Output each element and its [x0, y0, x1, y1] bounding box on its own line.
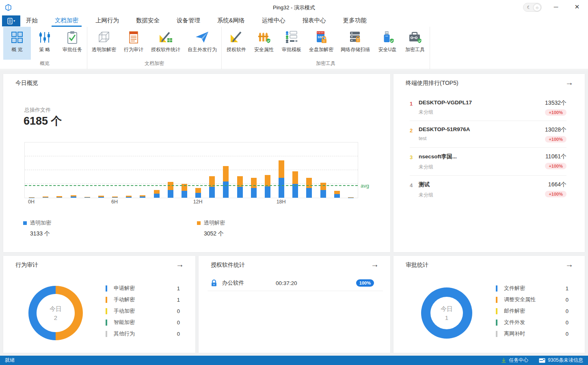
software-usage-list: 办公软件00:37:20100%: [208, 275, 383, 291]
x-tick-label: 12H: [193, 199, 203, 205]
menu-tab-2[interactable]: 文档加密: [55, 15, 78, 27]
terminal-info: DESKTOP-51R976Atest: [419, 126, 545, 143]
behavior-audit-doc-icon: [126, 30, 141, 45]
bar-21H-decrypt: [320, 183, 326, 190]
legend-row: 文件外发0: [496, 317, 569, 328]
ribbon-item-security-attrs[interactable]: 安全属性: [250, 27, 278, 60]
donut-center-value: 2: [54, 314, 57, 321]
bar-0H-decrypt: [29, 197, 35, 198]
ribbon-item-approval-templates[interactable]: 审批模板: [278, 27, 305, 60]
bar-15H-encrypt: [237, 187, 243, 198]
legend-value: 0: [177, 331, 180, 337]
terminal-count: 13028个: [545, 126, 566, 134]
ribbon-item-label: 自主外发行为: [188, 46, 217, 53]
download-icon: [501, 358, 506, 363]
avg-dashed-line: [25, 185, 358, 186]
legend-value: 1: [177, 297, 180, 303]
ribbon-item-transparent-crypt[interactable]: 透明加解密: [88, 27, 120, 60]
ribbon-item-licensed-software-stats[interactable]: 授权软件统计: [147, 27, 184, 60]
legend-row: 文件解密1: [496, 283, 569, 294]
ribbon-item-overview[interactable]: 概 览: [3, 27, 31, 60]
bar-7H-encrypt: [126, 197, 132, 198]
bar-9H-encrypt: [154, 194, 160, 198]
policy-sliders-icon: [37, 30, 52, 45]
menu-tab-3[interactable]: 上网行为: [95, 15, 119, 27]
donut-center-value: 1: [445, 314, 448, 321]
light-mode-icon[interactable]: ☼: [534, 4, 540, 11]
ribbon-items: 授权软件安全属性审批模板SSD!全盘加解密!网络存储扫描安全U盘加密工具: [223, 27, 429, 60]
ribbon-item-network-storage-scan[interactable]: !网络存储扫描: [337, 27, 374, 60]
bar-3H-decrypt: [71, 195, 76, 197]
lock-icon: [210, 279, 218, 287]
unread-messages-button[interactable]: 9305条未读信息: [539, 357, 583, 364]
software-duration: 00:37:20: [276, 280, 341, 286]
ribbon-group-1: 概 览策 略审批任务概览: [2, 27, 87, 69]
bar-16H-decrypt: [251, 178, 257, 188]
ping32-window: Ping32 - 演示模式 ☾ ☼ ─ ✕ ▾ 开始文档加密上网行为数据安全设备…: [0, 0, 588, 365]
ribbon-item-behavior-audit[interactable]: 行为审计: [120, 27, 147, 60]
menu-tab-9[interactable]: 更多功能: [343, 15, 367, 27]
rank-number: 1: [410, 99, 419, 116]
legend-value: 0: [177, 320, 180, 326]
terminal-rank-row[interactable]: 2DESKTOP-51R976Atest13028个+100%: [410, 121, 566, 148]
menu-tab-6[interactable]: 系统&网络: [217, 15, 245, 27]
menu-tab-8[interactable]: 报表中心: [303, 15, 326, 27]
terminal-rank-row[interactable]: 4测试未分组1664个+100%: [410, 176, 566, 203]
bar-12H-decrypt: [195, 188, 201, 193]
ribbon-item-approval-tasks[interactable]: 审批任务: [58, 27, 86, 60]
bar-14H-encrypt: [223, 181, 229, 198]
x-tick-label: 0H: [28, 199, 35, 205]
ribbon-item-licensed-software[interactable]: 授权软件: [223, 27, 250, 60]
legend-label: 邮件解密: [504, 307, 525, 315]
ribbon-item-secure-usb[interactable]: 安全U盘: [374, 27, 401, 60]
menu-tab-4[interactable]: 数据安全: [136, 15, 160, 27]
panel-title: 行为审计: [15, 261, 38, 269]
menu-tab-5[interactable]: 设备管理: [177, 15, 200, 27]
bar-19H-decrypt: [292, 171, 298, 184]
percent-badge: 100%: [356, 279, 374, 287]
bar-3H-encrypt: [71, 197, 76, 198]
software-row[interactable]: 办公软件00:37:20100%: [208, 275, 383, 291]
panel-more-arrow-icon[interactable]: →: [565, 260, 573, 268]
task-center-button[interactable]: 任务中心: [501, 357, 528, 364]
ribbon-item-label: 授权软件: [227, 46, 246, 53]
panel-more-arrow-icon[interactable]: →: [176, 260, 184, 268]
legend-row: 邮件解密0: [496, 305, 569, 317]
bar-20H-encrypt: [306, 188, 312, 198]
ribbon-item-fulldisk-crypt[interactable]: SSD!全盘加解密: [305, 27, 337, 60]
menu-tab-7[interactable]: 运维中心: [262, 15, 285, 27]
bar-17H-decrypt: [265, 175, 270, 186]
ribbon-item-policy[interactable]: 策 略: [31, 27, 58, 60]
ribbon-item-label: 安全属性: [254, 46, 274, 53]
ribbon-item-crypt-tools[interactable]: 加密工具: [401, 27, 429, 60]
bar-21H-encrypt: [320, 190, 326, 198]
close-button[interactable]: ✕: [569, 0, 586, 14]
app-menu-button[interactable]: ▾: [2, 15, 20, 26]
theme-toggle[interactable]: ☾ ☼: [523, 3, 542, 12]
legend-row: 智能加密0: [106, 317, 180, 328]
total-files-value: 6185 个: [24, 114, 62, 128]
bar-14H-decrypt: [223, 166, 229, 181]
today-overview-panel: 今日概览 总操作文件 6185 个 0H6H12H18H avg 透明加密313…: [3, 74, 390, 252]
licensed-software-icon: [229, 30, 244, 45]
menu-tab-1[interactable]: 开始: [26, 15, 38, 27]
ssd-lock-icon: SSD!: [313, 30, 329, 45]
panel-more-arrow-icon[interactable]: →: [371, 260, 379, 268]
ribbon-item-label: 行为审计: [124, 46, 143, 53]
panel-more-arrow-icon[interactable]: →: [565, 78, 573, 86]
terminal-rank-row[interactable]: 3nsecsoft李国...未分组11061个+100%: [410, 148, 566, 176]
terminal-info: DESKTOP-VGDPL17未分组: [419, 99, 545, 116]
rank-number: 3: [410, 153, 419, 171]
ribbon-item-self-outgoing[interactable]: 自主外发行为: [184, 27, 220, 60]
titlebar: Ping32 - 演示模式 ☾ ☼ ─ ✕: [0, 0, 588, 15]
total-files-label: 总操作文件: [24, 106, 51, 114]
terminal-rank-row[interactable]: 1DESKTOP-VGDPL17未分组13532个+100%: [410, 94, 566, 121]
bar-2H-decrypt: [56, 196, 62, 197]
rank-number: 2: [410, 126, 419, 143]
ribbon-group-label: 文档加密: [88, 60, 220, 69]
bar-22H-decrypt: [334, 191, 340, 194]
dark-mode-icon[interactable]: ☾: [524, 5, 534, 10]
behavior-legend: 申请解密1手动解密1手动加密0智能加密0其他行为0: [106, 283, 180, 339]
minimize-button[interactable]: ─: [547, 0, 564, 14]
terminal-stats: 1664个+100%: [545, 181, 566, 199]
